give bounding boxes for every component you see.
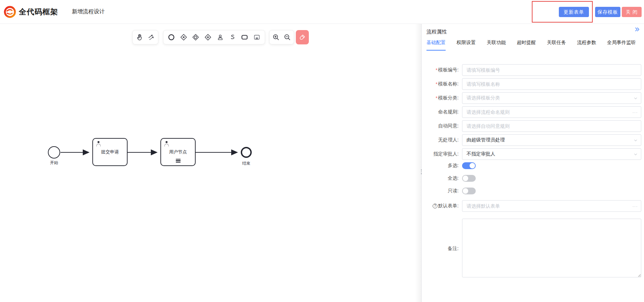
end-event-label: 结束 — [238, 161, 254, 166]
field-row-naming-rule: 命名规则: ··· — [426, 106, 641, 118]
chevron-down-icon — [633, 148, 638, 160]
process-properties-panel: 流程属性 基础配置 权限设置 关联功能 超时提醒 关联任务 流程参数 全局事件监… — [422, 24, 644, 302]
tab-global-event-listener[interactable]: 全局事件监听 — [607, 40, 636, 51]
collapse-panel-icon[interactable] — [634, 27, 641, 33]
task-label: 用户节点 — [169, 149, 187, 155]
no-handler-select[interactable]: 由超级管理员处理 — [462, 134, 641, 146]
task-label: 提交申请 — [101, 149, 119, 155]
template-name-input[interactable] — [462, 78, 641, 90]
start-event-node[interactable] — [48, 146, 60, 159]
header-bar: 全代码框架 新增流程设计 更新表单 保存模板 关 闭 — [0, 0, 644, 24]
field-label: *模板分类: — [426, 95, 462, 101]
designated-approver-select[interactable]: 不指定审批人 — [462, 148, 641, 160]
chevron-down-icon — [633, 92, 638, 104]
start-event-label: 开始 — [46, 160, 62, 166]
field-label: 自动同意: — [426, 123, 462, 129]
task-node-user[interactable]: 用户节点 — [160, 138, 196, 166]
field-label: 只读: — [426, 188, 462, 194]
field-row-multi-select: 多选: — [426, 162, 641, 169]
user-icon — [163, 140, 170, 148]
naming-rule-input[interactable] — [462, 106, 641, 118]
template-category-select[interactable]: 请选择模板分类 — [462, 92, 641, 104]
menu-marker-icon — [176, 159, 181, 164]
ellipsis-icon[interactable]: ··· — [632, 200, 638, 212]
end-event-node[interactable] — [241, 147, 252, 158]
update-form-button[interactable]: 更新表单 — [559, 7, 589, 17]
field-row-remarks: 备注: — [426, 219, 641, 279]
template-code-input[interactable] — [462, 64, 641, 76]
panel-title: 流程属性 — [426, 29, 447, 35]
auto-agree-input[interactable] — [462, 120, 641, 132]
tab-process-parameters[interactable]: 流程参数 — [577, 40, 596, 51]
chevron-down-icon — [633, 134, 638, 146]
panel-divider-shadow — [415, 24, 421, 302]
tab-related-functions[interactable]: 关联功能 — [487, 40, 506, 51]
remarks-textarea[interactable] — [462, 219, 641, 277]
save-template-button[interactable]: 保存模板 — [595, 7, 620, 17]
close-button[interactable]: 关 闭 — [622, 7, 642, 17]
basic-config-form: *模板编号: *模板名称: *模板分类: 请选择模板分类 命名规则: — [426, 64, 641, 281]
field-row-template-name: *模板名称: — [426, 78, 641, 90]
tab-related-tasks[interactable]: 关联任务 — [547, 40, 566, 51]
tab-timeout-reminder[interactable]: 超时提醒 — [517, 40, 536, 51]
field-label: 多选: — [426, 163, 462, 169]
field-label: 指定审批人: — [426, 151, 462, 157]
field-row-no-handler: 无处理人: 由超级管理员处理 — [426, 134, 641, 146]
task-node-submit[interactable]: 提交申请 — [92, 138, 128, 166]
field-label: *模板编号: — [426, 67, 462, 73]
read-only-toggle[interactable] — [462, 188, 476, 194]
brand-name: 全代码框架 — [19, 7, 58, 17]
workflow-designer-app: 全代码框架 新增流程设计 更新表单 保存模板 关 闭 — [0, 0, 644, 302]
field-row-default-form: ? 默认表单: ··· — [426, 200, 641, 212]
user-icon — [95, 140, 102, 148]
page-title: 新增流程设计 — [72, 8, 105, 15]
field-label: *模板名称: — [426, 81, 462, 87]
help-icon[interactable]: ? — [433, 204, 437, 208]
multi-select-toggle[interactable] — [462, 162, 476, 169]
ellipsis-icon[interactable]: ··· — [632, 106, 638, 118]
field-row-designated-approver: 指定审批人: 不指定审批人 — [426, 148, 641, 160]
panel-tabs: 基础配置 权限设置 关联功能 超时提醒 关联任务 流程参数 全局事件监听 — [426, 40, 636, 51]
default-form-input[interactable] — [462, 200, 641, 212]
tab-permission-settings[interactable]: 权限设置 — [457, 40, 476, 51]
field-label: 无处理人: — [426, 137, 462, 143]
field-row-template-category: *模板分类: 请选择模板分类 — [426, 92, 641, 104]
field-label: 命名规则: — [426, 109, 462, 115]
flow-edges — [0, 24, 421, 302]
field-row-auto-agree: 自动同意: — [426, 120, 641, 132]
field-label: 备注: — [426, 246, 462, 252]
field-label: ? 默认表单: — [426, 203, 462, 209]
bpmn-canvas[interactable]: 开始 提交申请 用户节点 结束 — [0, 24, 421, 302]
field-row-select-all: 全选: — [426, 175, 641, 182]
select-all-toggle[interactable] — [462, 175, 476, 182]
field-row-read-only: 只读: — [426, 188, 641, 194]
brand-logo-icon — [3, 5, 16, 18]
field-row-template-code: *模板编号: — [426, 64, 641, 76]
field-label: 全选: — [426, 175, 462, 181]
tab-basic-config[interactable]: 基础配置 — [426, 40, 446, 51]
